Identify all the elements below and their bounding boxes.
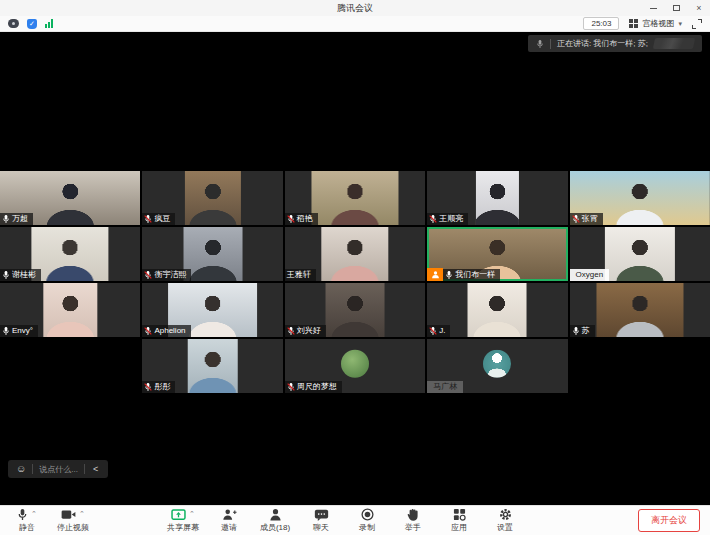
tile-zhouchidemengxiang[interactable]: 周尺的梦想	[285, 339, 425, 393]
members-button[interactable]: 成员(18)	[252, 508, 298, 533]
apps-grid-icon	[453, 508, 466, 521]
settings-button[interactable]: 设置	[482, 508, 528, 533]
bottom-toolbar: ⌃ 静音 ⌃ 停止视频 ⌃ 共享屏幕 邀请 成员(18)	[0, 505, 710, 535]
mic-off-icon	[572, 214, 580, 224]
participant-video	[326, 283, 385, 337]
participant-video	[321, 227, 388, 281]
mic-off-icon	[287, 382, 295, 392]
view-switcher[interactable]: 宫格视图 ▾	[629, 18, 682, 29]
mute-options-chevron[interactable]: ⌃	[31, 510, 37, 518]
participant-video	[183, 227, 242, 281]
participant-avatar	[483, 350, 511, 378]
meeting-info-icon[interactable]	[8, 19, 19, 28]
participant-video	[185, 171, 241, 225]
participant-nameplate: Aphelion	[142, 325, 190, 337]
apps-button[interactable]: 应用	[436, 508, 482, 533]
participant-name: 疯豆	[154, 213, 170, 225]
share-screen-icon	[171, 509, 186, 521]
participant-name: 周尺的梦想	[297, 381, 337, 393]
tile-oxygen[interactable]: Oxygen	[570, 227, 710, 281]
mute-button[interactable]: ⌃ 静音	[4, 508, 50, 533]
video-options-chevron[interactable]: ⌃	[79, 510, 85, 518]
tile-daoyan[interactable]: 稻艳	[285, 171, 425, 225]
participant-grid: 万超 疯豆 稻艳 王顺亮 张霄 谢桂彬	[0, 171, 710, 393]
meeting-timer: 25:03	[583, 17, 619, 30]
maximize-icon[interactable]	[671, 3, 681, 13]
window-controls: ×	[648, 0, 704, 16]
tile-xieguibin[interactable]: 谢桂彬	[0, 227, 140, 281]
participant-video	[596, 283, 683, 337]
participant-name: 我们布一样	[455, 269, 495, 281]
participant-name: 王顺亮	[439, 213, 463, 225]
tile-wanchao[interactable]: 万超	[0, 171, 140, 225]
participant-nameplate: 张霄	[570, 213, 603, 225]
participant-name: J.	[439, 325, 445, 337]
participant-nameplate: Oxygen	[570, 269, 610, 281]
participant-nameplate: 马广林	[427, 381, 463, 393]
participant-name: Envy°	[12, 325, 33, 337]
participant-name: 苏	[582, 325, 590, 337]
tile-womenbuyiyang[interactable]: 我们布一样	[427, 227, 567, 281]
tile-liuxinghao[interactable]: 刘兴好	[285, 283, 425, 337]
tile-j[interactable]: J.	[427, 283, 567, 337]
tile-hengyujiexi[interactable]: 衡宇洁熙	[142, 227, 282, 281]
participant-name: 张霄	[582, 213, 598, 225]
tile-zhangxiao[interactable]: 张霄	[570, 171, 710, 225]
meeting-control-bar: ✓ 25:03 宫格视图 ▾	[0, 16, 710, 32]
mic-on-icon	[572, 326, 580, 336]
mic-off-icon	[429, 326, 437, 336]
participant-video	[476, 171, 518, 225]
tile-maguanglin[interactable]: 马广林	[427, 339, 567, 393]
speaking-banner-text: 正在讲话: 我们布一样; 苏;	[557, 38, 648, 49]
mic-on-icon	[445, 270, 453, 280]
tile-wangshunliang[interactable]: 王顺亮	[427, 171, 567, 225]
record-button[interactable]: 录制	[344, 508, 390, 533]
participant-nameplate: 稻艳	[285, 213, 318, 225]
close-icon[interactable]: ×	[694, 3, 704, 13]
participant-nameplate: Envy°	[0, 325, 38, 337]
raise-hand-button[interactable]: 举手	[390, 508, 436, 533]
emoji-icon[interactable]: ☺	[16, 464, 26, 474]
participant-nameplate: 王雅轩	[285, 269, 316, 281]
view-switcher-label: 宫格视图	[642, 18, 674, 29]
participant-nameplate: 谢桂彬	[0, 269, 41, 281]
participant-nameplate: 衡宇洁熙	[142, 269, 191, 281]
security-shield-icon[interactable]: ✓	[27, 19, 37, 29]
chat-bubble-icon	[314, 509, 329, 521]
tile-envy[interactable]: Envy°	[0, 283, 140, 337]
invite-person-icon	[222, 508, 237, 521]
mic-off-icon	[144, 270, 152, 280]
fullscreen-icon[interactable]	[692, 19, 702, 29]
participant-avatar	[341, 350, 369, 378]
network-signal-icon[interactable]	[45, 19, 53, 28]
tile-aphelion[interactable]: Aphelion	[142, 283, 282, 337]
share-screen-button[interactable]: ⌃ 共享屏幕	[160, 508, 206, 533]
raise-hand-icon	[407, 508, 419, 521]
invite-button[interactable]: 邀请	[206, 508, 252, 533]
tile-su[interactable]: 苏	[570, 283, 710, 337]
tile-wangyaxuan[interactable]: 王雅轩	[285, 227, 425, 281]
participant-video	[468, 283, 527, 337]
camera-icon	[61, 509, 76, 520]
participant-nameplate: 苏	[570, 325, 595, 337]
chat-input[interactable]: 说点什么...	[39, 464, 78, 475]
tile-fengdou[interactable]: 疯豆	[142, 171, 282, 225]
participant-name: 刘兴好	[297, 325, 321, 337]
members-icon	[269, 508, 282, 521]
microphone-icon	[17, 508, 28, 521]
leave-meeting-button[interactable]: 离开会议	[638, 509, 700, 532]
participant-video	[32, 227, 109, 281]
participant-name: 彤彤	[154, 381, 170, 393]
participant-name: 万超	[12, 213, 28, 225]
chat-collapse-button[interactable]: <	[91, 464, 100, 474]
tile-tongtong[interactable]: 彤彤	[142, 339, 282, 393]
share-options-chevron[interactable]: ⌃	[189, 510, 195, 518]
stop-video-button[interactable]: ⌃ 停止视频	[50, 508, 96, 533]
minimize-icon[interactable]	[648, 3, 658, 13]
participant-video	[311, 171, 398, 225]
chevron-down-icon: ▾	[678, 20, 682, 28]
participant-nameplate: 我们布一样	[443, 269, 500, 281]
chat-button[interactable]: 聊天	[298, 509, 344, 533]
window-title: 腾讯会议	[337, 2, 373, 15]
participant-nameplate: 彤彤	[142, 381, 175, 393]
